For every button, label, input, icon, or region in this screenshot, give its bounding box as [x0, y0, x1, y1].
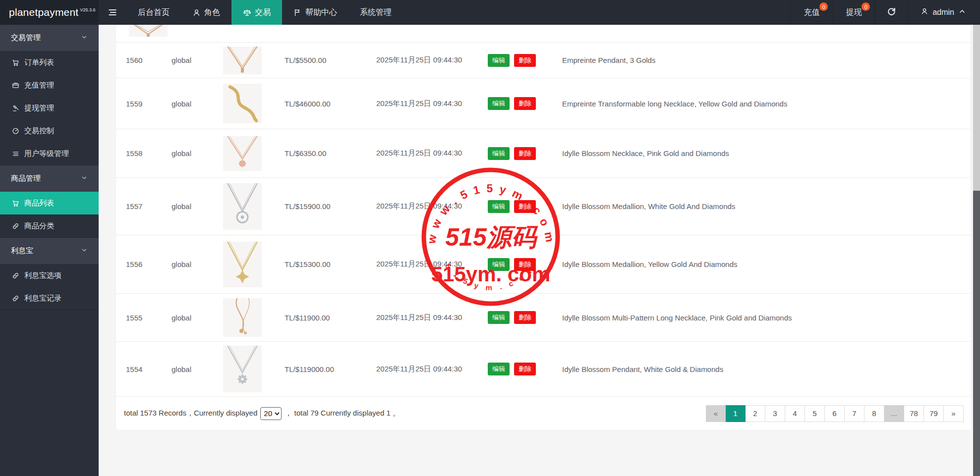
- product-id: 1555: [126, 314, 172, 322]
- product-description: Idylle Blossom Pendant, White Gold & Dia…: [562, 365, 961, 373]
- gavel-icon: [12, 105, 19, 112]
- nav-tab-label: 交易: [255, 7, 271, 18]
- edit-button[interactable]: 编辑: [488, 97, 510, 110]
- nav-tab-label: 系统管理: [360, 7, 392, 18]
- sidebar-section-label: 交易管理: [11, 33, 41, 43]
- page-size-select[interactable]: 20: [260, 407, 282, 420]
- delete-button[interactable]: 删除: [514, 147, 536, 160]
- edit-button[interactable]: 编辑: [488, 147, 510, 160]
- page-button-[interactable]: »: [944, 405, 964, 422]
- nav-tab-0[interactable]: 后台首页: [126, 0, 181, 25]
- product-image-cell: [220, 298, 285, 337]
- refresh-button[interactable]: [874, 0, 908, 25]
- page-button-7[interactable]: 7: [845, 405, 865, 422]
- product-timestamp: 2025年11月25日 09:44:30: [376, 202, 488, 211]
- page-button-3[interactable]: 3: [765, 405, 785, 422]
- edit-button[interactable]: 编辑: [488, 200, 510, 213]
- table-row: 1560 global TL/$5500.00 2025年11月25日 09:4…: [116, 43, 971, 78]
- page-button-[interactable]: «: [706, 405, 726, 422]
- nav-tab-label: 角色: [204, 7, 220, 18]
- edit-button[interactable]: 编辑: [488, 311, 510, 324]
- product-price: TL/$15900.00: [285, 202, 376, 211]
- delete-button[interactable]: 删除: [514, 54, 536, 67]
- sidebar-item-0-3[interactable]: 交易控制: [0, 119, 99, 142]
- delete-button[interactable]: 删除: [514, 311, 536, 324]
- delete-button[interactable]: 删除: [514, 200, 536, 213]
- cart-icon: [12, 59, 19, 66]
- nav-tab-4[interactable]: 系统管理: [348, 0, 403, 25]
- sidebar-section-title-2[interactable]: 利息宝: [0, 238, 99, 264]
- table-row: 1554 global TL/$119000.00 2025年11月25日 09…: [116, 342, 971, 397]
- navbar: planetpayment V25.3.6 后台首页角色交易帮助中心系统管理 充…: [0, 0, 980, 25]
- sidebar-item-0-1[interactable]: 充值管理: [0, 74, 99, 97]
- product-scope: global: [172, 56, 220, 64]
- edit-button[interactable]: 编辑: [488, 258, 510, 271]
- product-image: [223, 136, 262, 171]
- sidebar-section-title-1[interactable]: 商品管理: [0, 165, 99, 192]
- vertical-scrollbar[interactable]: [973, 25, 980, 476]
- sidebar-item-0-2[interactable]: 提现管理: [0, 97, 99, 119]
- records-summary: total 1573 Records，Currently displayed 2…: [124, 407, 400, 420]
- nav-action-1[interactable]: 提现0: [832, 0, 874, 25]
- page-button-79[interactable]: 79: [924, 405, 944, 422]
- edit-button[interactable]: 编辑: [488, 54, 510, 67]
- product-table-panel: 1560 global TL/$5500.00 2025年11月25日 09:4…: [116, 25, 971, 430]
- sidebar-item-1-0[interactable]: 商品列表: [0, 192, 99, 214]
- product-image-cell: [220, 346, 285, 392]
- page-button-5[interactable]: 5: [805, 405, 825, 422]
- edit-button[interactable]: 编辑: [488, 363, 510, 375]
- delete-button[interactable]: 删除: [514, 258, 536, 271]
- product-image: [223, 346, 262, 392]
- product-timestamp: 2025年11月25日 09:44:30: [376, 149, 488, 158]
- sidebar-item-0-0[interactable]: 订单列表: [0, 51, 99, 74]
- sidebar-item-2-0[interactable]: 利息宝选项: [0, 264, 99, 287]
- page-button-2[interactable]: 2: [746, 405, 765, 422]
- page-button-1[interactable]: 1: [726, 405, 746, 422]
- wallet-icon: [12, 82, 19, 89]
- row-actions: 编辑 删除: [488, 54, 562, 67]
- product-description: Idylle Blossom Multi-Pattern Long Neckla…: [562, 314, 961, 322]
- delete-button[interactable]: 删除: [514, 97, 536, 110]
- page-button-4[interactable]: 4: [785, 405, 805, 422]
- main-content: 1560 global TL/$5500.00 2025年11月25日 09:4…: [99, 25, 980, 476]
- sidebar-item-0-4[interactable]: 用户等级管理: [0, 142, 99, 165]
- product-timestamp: 2025年11月25日 09:44:30: [376, 260, 488, 269]
- page-button-8[interactable]: 8: [865, 405, 884, 422]
- product-image-cell: [220, 183, 285, 230]
- row-actions: 编辑 删除: [488, 311, 562, 324]
- sidebar-item-label: 充值管理: [24, 81, 54, 90]
- nav-tab-1[interactable]: 角色: [181, 0, 231, 25]
- chevron-down-icon: [81, 174, 88, 183]
- product-price: TL/$6350.00: [285, 149, 376, 158]
- product-image-cell: [220, 47, 285, 74]
- table-row: 1556 global TL/$15300.00 2025年11月25日 09:…: [116, 235, 971, 294]
- sidebar-item-label: 商品分类: [24, 221, 54, 231]
- sidebar-section-title-0[interactable]: 交易管理: [0, 25, 99, 51]
- product-price: TL/$11900.00: [285, 314, 376, 322]
- page-button-78[interactable]: 78: [904, 405, 924, 422]
- row-actions: 编辑 删除: [488, 97, 562, 110]
- nav-tab-3[interactable]: 帮助中心: [282, 0, 348, 25]
- nav-action-0[interactable]: 充值0: [790, 0, 832, 25]
- delete-button[interactable]: 删除: [514, 363, 536, 375]
- product-price: TL/$119000.00: [285, 365, 376, 373]
- product-timestamp: 2025年11月25日 09:44:30: [376, 55, 488, 65]
- product-scope: global: [172, 260, 220, 268]
- hamburger-icon[interactable]: [99, 0, 126, 25]
- row-actions: 编辑 删除: [488, 147, 562, 160]
- nav-tab-2[interactable]: 交易: [231, 0, 282, 25]
- page-button-[interactable]: ...: [884, 405, 904, 422]
- sidebar-item-label: 商品列表: [24, 199, 54, 208]
- user-menu[interactable]: admin: [908, 0, 980, 25]
- row-actions: 编辑 删除: [488, 200, 562, 213]
- row-actions: 编辑 删除: [488, 258, 562, 271]
- sidebar-item-2-1[interactable]: 利息宝记录: [0, 287, 99, 310]
- flag-icon: [293, 8, 302, 17]
- sidebar-section-1: 商品管理商品列表商品分类: [0, 165, 99, 238]
- page-button-6[interactable]: 6: [825, 405, 845, 422]
- table-footer: total 1573 Records，Currently displayed 2…: [116, 397, 971, 430]
- product-image: [129, 25, 168, 37]
- scrollbar-thumb[interactable]: [973, 191, 980, 476]
- chevron-down-icon: [81, 34, 88, 42]
- sidebar-item-1-1[interactable]: 商品分类: [0, 214, 99, 237]
